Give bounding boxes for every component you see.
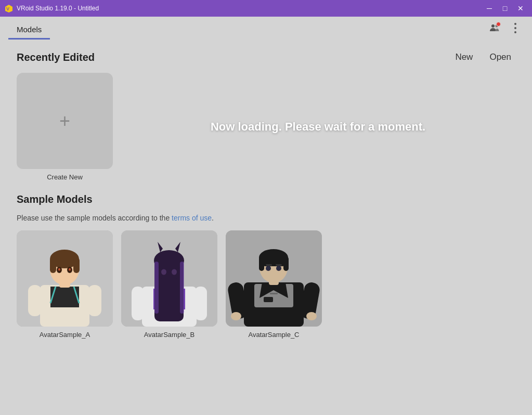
recently-edited-header: Recently Edited New Open — [17, 50, 515, 64]
sample-thumb-c[interactable] — [226, 230, 322, 327]
app-icon: V — [4, 4, 14, 13]
tabs-container: Models — [8, 21, 50, 40]
avatar-c-image — [226, 230, 322, 327]
sample-models-header: Sample Models — [17, 193, 515, 205]
title-bar-controls: ─ □ ✕ — [482, 3, 528, 14]
title-bar-left: V VRoid Studio 1.19.0 - Untitled — [4, 4, 99, 13]
notification-dot — [496, 22, 501, 27]
new-button[interactable]: New — [451, 50, 477, 64]
svg-rect-52 — [266, 264, 272, 266]
svg-point-57 — [306, 312, 317, 320]
loading-text: Now loading. Please wait for a moment. — [211, 120, 425, 134]
sample-card-b[interactable]: AvatarSample_B — [121, 230, 217, 339]
svg-point-32 — [161, 269, 166, 275]
svg-rect-13 — [73, 257, 80, 273]
close-button[interactable]: ✕ — [513, 3, 528, 14]
maximize-button[interactable]: □ — [498, 3, 512, 14]
content-area: Recently Edited New Open + Create New No… — [0, 40, 532, 415]
sample-thumb-b[interactable] — [121, 230, 217, 327]
svg-rect-49 — [262, 259, 286, 266]
sample-grid: AvatarSample_A — [17, 230, 515, 339]
svg-point-51 — [276, 266, 281, 271]
sample-models-section: Sample Models Please use the sample mode… — [17, 193, 515, 339]
svg-rect-12 — [50, 257, 56, 273]
three-dots-icon — [512, 21, 518, 35]
avatar-a-image — [17, 230, 113, 327]
sample-models-title: Sample Models — [17, 193, 93, 205]
sample-card-a[interactable]: AvatarSample_A — [17, 230, 113, 339]
sample-b-name: AvatarSample_B — [144, 331, 194, 339]
recently-edited-grid: + Create New Now loading. Please wait fo… — [17, 73, 515, 181]
svg-rect-36 — [194, 287, 207, 320]
svg-rect-42 — [270, 293, 278, 294]
tab-models[interactable]: Models — [8, 21, 50, 40]
svg-text:V: V — [6, 6, 9, 11]
sample-a-name: AvatarSample_A — [40, 331, 90, 339]
terms-of-use-link[interactable]: terms of use — [172, 214, 212, 222]
sample-c-name: AvatarSample_C — [248, 331, 299, 339]
minimize-button[interactable]: ─ — [482, 3, 497, 14]
title-text: VRoid Studio 1.19.0 - Untitled — [17, 5, 99, 12]
svg-rect-35 — [132, 287, 144, 320]
svg-rect-53 — [276, 264, 282, 266]
create-new-card[interactable]: + Create New — [17, 73, 113, 181]
svg-point-17 — [69, 268, 71, 271]
sample-card-c[interactable]: AvatarSample_C — [226, 230, 322, 339]
sample-description: Please use the sample models according t… — [17, 214, 515, 222]
title-bar: V VRoid Studio 1.19.0 - Untitled ─ □ ✕ — [0, 0, 532, 17]
svg-point-50 — [266, 266, 271, 271]
tab-bar: Models — [0, 17, 532, 40]
svg-point-2 — [491, 24, 495, 28]
svg-point-33 — [172, 269, 177, 275]
recently-edited-title: Recently Edited — [17, 51, 95, 63]
svg-rect-28 — [154, 262, 159, 314]
plus-icon: + — [59, 110, 70, 132]
notification-button[interactable] — [486, 20, 503, 36]
svg-rect-43 — [264, 297, 273, 302]
avatar-b-image — [121, 230, 217, 327]
menu-button[interactable] — [507, 20, 524, 36]
open-button[interactable]: Open — [485, 50, 515, 64]
svg-rect-18 — [28, 285, 42, 316]
svg-rect-19 — [88, 285, 101, 316]
svg-rect-29 — [180, 262, 184, 314]
svg-point-16 — [58, 268, 60, 271]
create-new-label: Create New — [47, 173, 83, 181]
create-new-thumb[interactable]: + — [17, 73, 113, 169]
svg-point-56 — [231, 312, 241, 320]
sample-thumb-a[interactable] — [17, 230, 113, 327]
loading-overlay: Now loading. Please wait for a moment. — [121, 73, 515, 181]
recently-edited-actions: New Open — [451, 50, 515, 64]
svg-rect-34 — [161, 278, 177, 281]
main-area: Models — [0, 17, 532, 415]
tab-actions — [486, 20, 524, 40]
